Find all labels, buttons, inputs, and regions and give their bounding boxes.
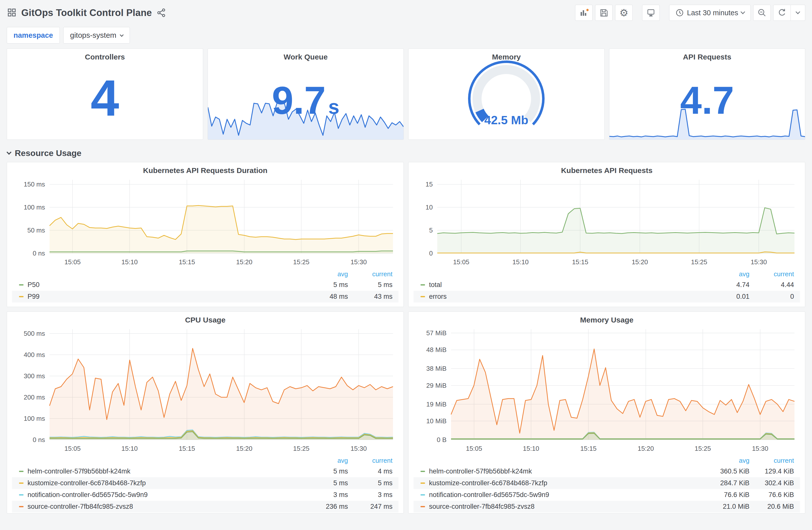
legend-avg-value: 284.7 KiB [705, 479, 750, 487]
namespace-select[interactable]: gitops-system [63, 27, 130, 44]
legend-current-value: 43 ms [348, 293, 392, 300]
svg-text:15:20: 15:20 [236, 258, 252, 266]
save-dashboard-button[interactable] [595, 5, 613, 21]
svg-text:15:10: 15:10 [523, 445, 539, 452]
time-range-picker[interactable]: Last 30 minutes [669, 5, 751, 21]
legend-series-name[interactable]: P99 [28, 293, 303, 300]
timeseries-chart[interactable]: 15:0515:1015:1515:2015:2515:30051015 [414, 175, 800, 268]
share-icon[interactable] [156, 8, 166, 18]
clock-icon [676, 9, 684, 17]
panel-legend: avgcurrenttotal4.744.44errors0.010 [414, 269, 800, 303]
legend-avg-value: 21.0 MiB [705, 503, 750, 511]
svg-text:15:25: 15:25 [691, 258, 707, 266]
add-panel-button[interactable] [575, 5, 593, 21]
refresh-interval-dropdown[interactable] [791, 5, 805, 21]
legend-avg-value: 360.5 KiB [705, 468, 750, 475]
svg-text:15:15: 15:15 [179, 445, 195, 452]
svg-text:15:20: 15:20 [632, 258, 648, 266]
panel-title[interactable]: API Requests [609, 49, 805, 61]
series-color-swatch [19, 296, 24, 297]
legend-header: avgcurrent [414, 269, 800, 279]
svg-text:15:10: 15:10 [512, 258, 528, 266]
legend-current-value: 302.4 KiB [750, 479, 794, 487]
zoom-out-button[interactable] [753, 5, 771, 21]
svg-text:15:25: 15:25 [293, 445, 309, 452]
legend-current-value: 0 [750, 293, 794, 300]
series-color-swatch [421, 506, 425, 507]
panel-title[interactable]: Kubernetes API Requests Duration [12, 162, 398, 175]
legend-row: kustomize-controller-6c6784b468-7kzfp5 m… [12, 477, 398, 489]
svg-text:19 MiB: 19 MiB [426, 400, 447, 408]
legend-series-name[interactable]: source-controller-7fb84fc985-zvsz8 [429, 503, 705, 511]
series-color-swatch [19, 284, 24, 285]
svg-text:15:05: 15:05 [453, 258, 469, 266]
legend-current-value: 247 ms [348, 503, 392, 511]
legend-series-name[interactable]: total [429, 281, 705, 289]
panel-title[interactable]: Kubernetes API Requests [414, 162, 800, 175]
memory-gauge-value: 42.5 Mb [484, 114, 528, 127]
svg-text:29 MiB: 29 MiB [426, 382, 447, 389]
series-color-swatch [421, 494, 425, 496]
svg-text:100 ms: 100 ms [24, 204, 45, 211]
section-title: Resource Usage [15, 148, 81, 158]
panel-title[interactable]: Memory Usage [414, 312, 800, 324]
legend-row: helm-controller-57f9b56bbf-k24mk360.5 Ki… [414, 466, 800, 477]
legend-sort-current[interactable]: current [750, 270, 794, 278]
toolbar: ⚙ Last 30 minutes [572, 5, 805, 21]
legend-header: avgcurrent [12, 269, 398, 279]
series-color-swatch [19, 483, 24, 484]
svg-text:15:20: 15:20 [236, 445, 252, 452]
cycle-view-mode-button[interactable] [642, 5, 659, 21]
legend-sort-current[interactable]: current [750, 457, 794, 465]
page-title: GitOps Toolkit Control Plane [21, 8, 152, 18]
chevron-down-icon [6, 150, 12, 155]
timeseries-chart[interactable]: 15:0515:1015:1515:2015:2515:300 ns100 ms… [12, 324, 398, 454]
time-range-label: Last 30 minutes [687, 9, 738, 17]
legend-series-name[interactable]: source-controller-7fb84fc985-zvsz8 [28, 503, 303, 511]
legend-sort-current[interactable]: current [348, 270, 392, 278]
legend-sort-avg[interactable]: avg [705, 270, 750, 278]
legend-series-name[interactable]: P50 [28, 281, 303, 289]
chevron-down-icon [796, 10, 800, 14]
panel-api-requests: API Requests 4.7 [609, 48, 806, 140]
svg-text:15: 15 [425, 180, 433, 188]
dashboard-settings-button[interactable]: ⚙ [615, 5, 633, 21]
legend-sort-avg[interactable]: avg [705, 457, 750, 465]
svg-text:400 ms: 400 ms [24, 351, 45, 358]
timeseries-chart[interactable]: 15:0515:1015:1515:2015:2515:300 ns50 ms1… [12, 175, 398, 268]
legend-series-name[interactable]: notification-controller-6d56575dc-5w9n9 [28, 491, 303, 499]
legend-series-name[interactable]: helm-controller-57f9b56bbf-k24mk [429, 468, 705, 475]
legend-sort-current[interactable]: current [348, 457, 392, 465]
variable-label-namespace: namespace [7, 27, 60, 44]
legend-series-name[interactable]: kustomize-controller-6c6784b468-7kzfp [28, 479, 303, 487]
legend-row: source-controller-7fb84fc985-zvsz821.0 M… [414, 501, 800, 513]
legend-avg-value: 5 ms [303, 281, 348, 289]
namespace-selected-value: gitops-system [70, 31, 116, 40]
legend-sort-avg[interactable]: avg [303, 457, 348, 465]
panel-controllers: Controllers 4 [7, 48, 203, 140]
legend-sort-avg[interactable]: avg [303, 270, 348, 278]
stats-row: Controllers 4 Work Queue 9.7s Memory 42.… [7, 48, 805, 140]
legend-series-name[interactable]: kustomize-controller-6c6784b468-7kzfp [429, 479, 705, 487]
svg-text:38 MiB: 38 MiB [426, 365, 447, 372]
panel-legend: avgcurrenthelm-controller-57f9b56bbf-k24… [414, 456, 800, 513]
section-resource-usage[interactable]: Resource Usage [7, 148, 805, 158]
legend-current-value: 20.6 MiB [750, 503, 794, 511]
dashboard-grid-icon [7, 8, 17, 18]
panel-cpu-usage: CPU Usage 15:0515:1015:1515:2015:2515:30… [7, 311, 404, 514]
timeseries-chart[interactable]: 15:0515:1015:1515:2015:2515:300 B10 MiB1… [414, 324, 800, 454]
legend-current-value: 5 ms [348, 479, 392, 487]
svg-text:150 ms: 150 ms [24, 180, 45, 188]
legend-header: avgcurrent [414, 456, 800, 466]
legend-avg-value: 76.6 KiB [705, 491, 750, 499]
svg-text:15:30: 15:30 [350, 258, 367, 266]
svg-text:15:25: 15:25 [293, 258, 309, 266]
panel-title[interactable]: Work Queue [208, 49, 404, 61]
panel-title[interactable]: CPU Usage [12, 312, 398, 324]
refresh-button[interactable] [773, 5, 791, 21]
legend-series-name[interactable]: errors [429, 293, 705, 300]
svg-text:15:15: 15:15 [572, 258, 589, 266]
legend-series-name[interactable]: helm-controller-57f9b56bbf-k24mk [28, 468, 303, 475]
svg-text:5: 5 [429, 226, 433, 234]
legend-series-name[interactable]: notification-controller-6d56575dc-5w9n9 [429, 491, 705, 499]
